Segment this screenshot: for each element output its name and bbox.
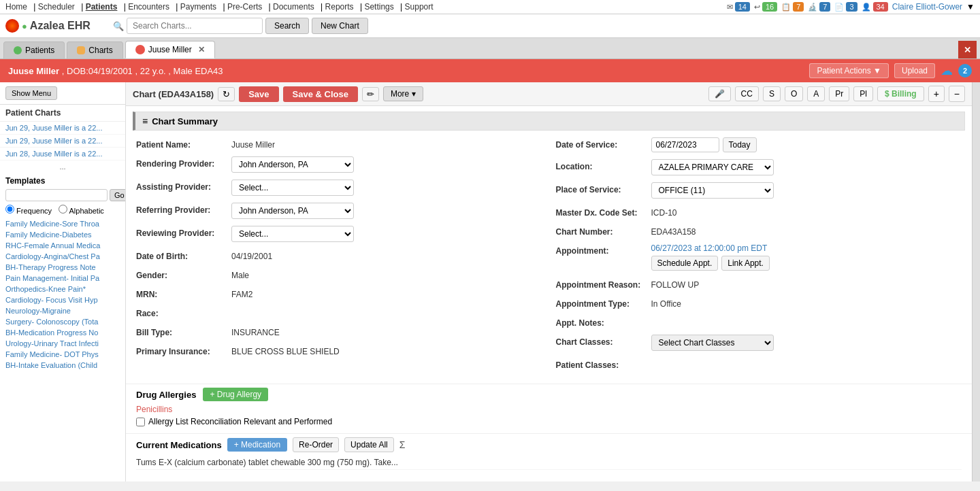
rendering-provider-label: Rendering Provider:	[136, 156, 231, 169]
master-dx-value: ICD-10	[651, 205, 677, 218]
reorder-button[interactable]: Re-Order	[293, 437, 339, 452]
search-input[interactable]	[127, 18, 263, 34]
chart-item-1[interactable]: Jun 29, Juuse Miller is a 22...	[0, 122, 125, 135]
search-button[interactable]: Search	[265, 18, 309, 34]
sidebar: Show Menu Patient Charts Jun 29, Juuse M…	[0, 82, 126, 481]
template-family-dot[interactable]: Family Medicine- DOT Phys	[5, 349, 120, 360]
docs-btn[interactable]: 📄 3	[834, 2, 857, 12]
template-rhc-female[interactable]: RHC-Female Annual Medica	[5, 240, 120, 251]
template-cardiology-focus[interactable]: Cardiology- Focus Visit Hyp	[5, 294, 120, 305]
sigma-button[interactable]: Σ	[399, 439, 406, 450]
template-surgery[interactable]: Surgery- Colonoscopy (Tota	[5, 316, 120, 327]
a-button[interactable]: A	[807, 86, 825, 101]
nav-documents[interactable]: Documents	[273, 2, 314, 12]
patient-actions-button[interactable]: Patient Actions ▼	[809, 63, 889, 78]
chart-item-3[interactable]: Jun 28, Juuse Miller is a 22...	[0, 148, 125, 160]
logo-text: Azalea EHR	[30, 20, 91, 32]
update-all-button[interactable]: Update All	[344, 437, 394, 452]
appointment-link[interactable]: 06/27/2023 at 12:00:00 pm EDT	[651, 243, 768, 253]
replies-btn[interactable]: ↩ 16	[754, 2, 777, 12]
link-appt-button[interactable]: Link Appt.	[721, 256, 770, 271]
tab-charts[interactable]: Charts	[67, 41, 122, 58]
rendering-provider-select[interactable]: John Anderson, PA	[231, 156, 354, 173]
dos-label: Date of Service:	[556, 137, 651, 150]
primary-insurance-label: Primary Insurance:	[136, 344, 231, 356]
messages-btn[interactable]: ✉ 14	[727, 2, 750, 12]
save-button[interactable]: Save	[239, 86, 278, 102]
save-close-button[interactable]: Save & Close	[283, 86, 358, 102]
chart-classes-select[interactable]: Select Chart Classes	[651, 335, 774, 351]
template-cardiology-angina[interactable]: Cardiology-Angina/Chest Pa	[5, 251, 120, 262]
tasks-btn[interactable]: 📋 7	[781, 2, 804, 12]
show-menu-button[interactable]: Show Menu	[5, 86, 57, 100]
race-row: Race:	[136, 306, 542, 318]
close-tab-btn[interactable]: ✕	[958, 41, 977, 58]
templates-section: Templates Go Frequency Alphabetic Family…	[0, 173, 125, 374]
template-search-input[interactable]	[5, 189, 108, 201]
schedule-appt-button[interactable]: Schedule Appt.	[651, 256, 719, 271]
tab-close-btn[interactable]: ✕	[198, 45, 205, 54]
o-button[interactable]: O	[785, 86, 803, 101]
location-select[interactable]: AZALEA PRIMARY CARE	[651, 159, 774, 175]
bill-type-row: Bill Type: INSURANCE	[136, 325, 542, 337]
alphabetic-radio[interactable]	[59, 205, 67, 214]
cc-button[interactable]: CC	[735, 86, 759, 101]
tab-patients[interactable]: Patients	[3, 41, 65, 58]
plus-button[interactable]: +	[928, 86, 945, 102]
chart-item-2[interactable]: Jun 29, Juuse Miller is a 22...	[0, 135, 125, 148]
right-scrollbar[interactable]	[972, 82, 980, 481]
pos-select[interactable]: OFFICE (11)	[651, 182, 774, 199]
nav-scheduler[interactable]: Scheduler	[38, 2, 75, 12]
users-btn[interactable]: 👤 34	[862, 2, 888, 12]
template-neurology[interactable]: Neurology-Migraine	[5, 305, 120, 316]
pr-button[interactable]: Pr	[829, 86, 849, 101]
alphabetic-radio-label[interactable]: Alphabetic	[59, 205, 104, 215]
s-button[interactable]: S	[763, 86, 781, 101]
mic-button[interactable]: 🎤	[708, 86, 731, 101]
template-orthopedics[interactable]: Orthopedics-Knee Pain*	[5, 284, 120, 294]
user-name[interactable]: Claire Elliott-Gower	[892, 2, 962, 12]
template-family-diabetes[interactable]: Family Medicine-Diabetes	[5, 229, 120, 240]
search-magnifier-icon: 🔍	[113, 21, 124, 31]
nav-reports[interactable]: Reports	[325, 2, 354, 12]
template-pain-management[interactable]: Pain Management- Initial Pa	[5, 273, 120, 284]
template-bh-medication[interactable]: BH-Medication Progress No	[5, 327, 120, 338]
labs-btn[interactable]: 🔬 7	[808, 2, 830, 12]
drug-allergy-header: Drug Allergies + Drug Allergy	[136, 388, 962, 401]
template-bh-intake[interactable]: BH-Intake Evaluation (Child	[5, 360, 120, 371]
frequency-radio[interactable]	[5, 205, 14, 214]
patient-header: Juuse Miller , DOB:04/19/2001 , 22 y.o. …	[0, 59, 980, 82]
nav-patients[interactable]: Patients	[86, 2, 118, 12]
nav-support[interactable]: Support	[405, 2, 434, 12]
new-chart-button[interactable]: New Chart	[312, 18, 368, 34]
bill-type-label: Bill Type:	[136, 325, 231, 337]
template-urology[interactable]: Urology-Urinary Tract Infecti	[5, 338, 120, 349]
nav-precerts[interactable]: Pre-Certs	[227, 2, 262, 12]
add-allergy-button[interactable]: + Drug Allergy	[203, 388, 268, 401]
edit-button[interactable]: ✏	[362, 87, 379, 101]
template-family-sore[interactable]: Family Medicine-Sore Throa	[5, 218, 120, 229]
nav-payments[interactable]: Payments	[180, 2, 216, 12]
dos-input[interactable]	[651, 137, 719, 152]
allergy-item-penicillins: Penicillins	[136, 405, 962, 414]
add-medication-button[interactable]: + Medication	[227, 438, 287, 452]
template-go-button[interactable]: Go	[110, 189, 126, 201]
referring-provider-select[interactable]: John Anderson, PA	[231, 203, 354, 219]
upload-button[interactable]: Upload	[894, 63, 935, 78]
nav-home[interactable]: Home	[5, 2, 27, 12]
nav-settings[interactable]: Settings	[364, 2, 393, 12]
dob-value: 04/19/2001	[231, 249, 272, 261]
tab-juuse-miller[interactable]: Juuse Miller ✕	[125, 41, 215, 58]
allergy-reconciliation-checkbox[interactable]	[136, 418, 145, 426]
pl-button[interactable]: Pl	[853, 86, 873, 101]
more-button[interactable]: More ▾	[383, 86, 423, 101]
billing-button[interactable]: $ Billing	[877, 86, 924, 101]
nav-encounters[interactable]: Encounters	[128, 2, 169, 12]
refresh-button[interactable]: ↻	[218, 87, 235, 101]
minus-button[interactable]: −	[949, 86, 965, 102]
assisting-provider-select[interactable]: Select...	[231, 180, 354, 196]
today-button[interactable]: Today	[723, 137, 757, 152]
frequency-radio-label[interactable]: Frequency	[5, 205, 52, 215]
template-bh-therapy[interactable]: BH-Therapy Progress Note	[5, 262, 120, 273]
reviewing-provider-select[interactable]: Select...	[231, 226, 354, 242]
